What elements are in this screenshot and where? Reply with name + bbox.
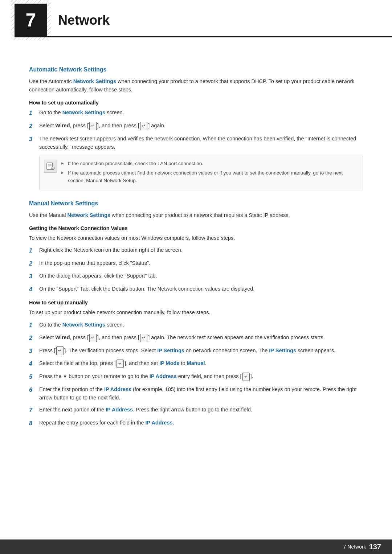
footer-page-number: 137 xyxy=(369,543,381,551)
note-content: ▸ If the connection process fails, check… xyxy=(61,160,358,186)
manual-network-title: Manual Network Settings xyxy=(29,200,363,207)
note-icon: ! xyxy=(44,160,57,173)
auto-step-3: 3 The network test screen appears and ve… xyxy=(29,135,363,151)
chapter-number: 7 xyxy=(15,4,47,36)
man-step-6: 6 Enter the first portion of the IP Addr… xyxy=(29,385,363,402)
page-footer: 7 Network 137 xyxy=(0,539,392,554)
note-item-1: ▸ If the connection process fails, check… xyxy=(61,160,358,168)
connection-intro: To view the Network connection values on… xyxy=(29,234,363,242)
auto-network-title: Automatic Network Settings xyxy=(29,66,363,73)
svg-text:!: ! xyxy=(52,167,53,170)
manual-steps-list: 1 Go to the Network Settings screen. 2 S… xyxy=(29,321,363,428)
manual-setup-heading: How to set up manually xyxy=(29,300,363,305)
note-item-2: ▸ If the automatic process cannot find t… xyxy=(61,169,358,185)
auto-steps-list: 1 Go to the Network Settings screen. 2 S… xyxy=(29,108,363,151)
man-step-3: 3 Press [↵]. The verification process st… xyxy=(29,346,363,356)
conn-step-1: 1 Right click the Network icon on the bo… xyxy=(29,246,363,255)
main-content: Automatic Network Settings Use the Autom… xyxy=(0,45,392,453)
auto-setup-heading: How to set up automatically xyxy=(29,100,363,106)
conn-step-4: 4 On the "Support" Tab, click the Detail… xyxy=(29,285,363,294)
auto-note-box: ! ▸ If the connection process fails, che… xyxy=(39,156,363,190)
man-step-4: 4 Select the field at the top, press [↵]… xyxy=(29,359,363,369)
auto-step-2: 2 Select Wired, press [↵], and then pres… xyxy=(29,122,363,131)
man-step-8: 8 Repeat the entry process for each fiel… xyxy=(29,419,363,428)
manual-setup-intro: To set up your product cable network con… xyxy=(29,308,363,317)
header-divider xyxy=(15,36,392,37)
chapter-title: Network xyxy=(47,4,110,28)
man-step-7: 7 Enter the next portion of the IP Addre… xyxy=(29,406,363,415)
connection-values-heading: Getting the Network Connection Values xyxy=(29,225,363,231)
man-step-2: 2 Select Wired, press [↵], and then pres… xyxy=(29,333,363,343)
man-step-1: 1 Go to the Network Settings screen. xyxy=(29,321,363,330)
conn-step-2: 2 In the pop-up menu that appears, click… xyxy=(29,259,363,268)
auto-step-1: 1 Go to the Network Settings screen. xyxy=(29,108,363,118)
connection-steps-list: 1 Right click the Network icon on the bo… xyxy=(29,246,363,294)
auto-network-intro: Use the Automatic Network Settings when … xyxy=(29,77,363,94)
conn-step-3: 3 On the dialog that appears, click the … xyxy=(29,272,363,281)
footer-label: 7 Network xyxy=(343,544,366,550)
chapter-header: 7 Network xyxy=(0,0,392,45)
man-step-5: 5 Press the ▼ button on your remote to g… xyxy=(29,372,363,382)
manual-network-intro: Use the Manual Network Settings when con… xyxy=(29,211,363,219)
